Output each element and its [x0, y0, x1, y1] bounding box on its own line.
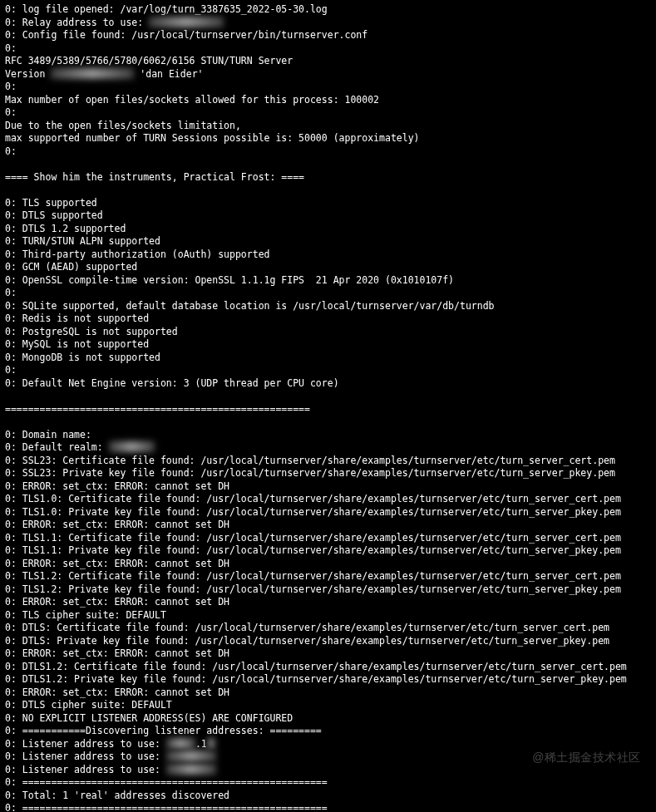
- terminal-line: 0: DTLS: Certificate file found: /usr/lo…: [5, 622, 651, 635]
- terminal-line: 0: GCM (AEAD) supported: [5, 261, 651, 274]
- terminal-line: 0: TLS1.1: Private key file found: /usr/…: [5, 544, 651, 558]
- terminal-line: [5, 416, 651, 429]
- terminal-line: 0: TLS1.1: Certificate file found: /usr/…: [5, 532, 651, 545]
- terminal-line: 0: ERROR: set_ctx: ERROR: cannot set DH: [5, 558, 651, 571]
- terminal-output: 0: log file opened: /var/log/turn_338763…: [0, 0, 656, 812]
- terminal-line: 0: DTLS: Private key file found: /usr/lo…: [5, 635, 651, 648]
- terminal-line: 0:: [5, 287, 651, 300]
- terminal-line: 0: Relay address to use:: [5, 17, 651, 30]
- terminal-line: 0: OpenSSL compile-time version: OpenSSL…: [5, 274, 651, 288]
- terminal-line: [5, 390, 651, 403]
- terminal-line: 0: MySQL is not supported: [5, 338, 651, 352]
- terminal-line: 0: Redis is not supported: [5, 312, 651, 326]
- terminal-line: Due to the open files/sockets limitation…: [5, 120, 651, 133]
- terminal-line: [5, 158, 651, 171]
- terminal-line: 0:: [5, 42, 651, 56]
- terminal-line: 0: TLS1.0: Certificate file found: /usr/…: [5, 493, 651, 506]
- terminal-line: 0:: [5, 364, 651, 377]
- terminal-line: 0: log file opened: /var/log/turn_338763…: [5, 3, 651, 17]
- terminal-line: 0: DTLS1.2: Private key file found: /usr…: [5, 673, 651, 687]
- redacted-segment: [166, 764, 216, 775]
- terminal-line: 0: Listener address to use: .1: [5, 738, 651, 751]
- terminal-line: 0: ERROR: set_ctx: ERROR: cannot set DH: [5, 647, 651, 661]
- terminal-line: 0: Total: 1 'real' addresses discovered: [5, 790, 651, 803]
- terminal-line: 0: =====================================…: [5, 802, 651, 812]
- terminal-line: 0:: [5, 106, 651, 120]
- terminal-line: 0: TURN/STUN ALPN supported: [5, 235, 651, 249]
- terminal-line: 0: Listener address to use:: [5, 764, 651, 777]
- terminal-line: 0: SSL23: Private key file found: /usr/l…: [5, 467, 651, 480]
- terminal-line: 0: DTLS supported: [5, 209, 651, 223]
- terminal-line: Version 'dan Eider': [5, 68, 651, 81]
- redacted-segment: [149, 17, 224, 27]
- terminal-line: 0: ERROR: set_ctx: ERROR: cannot set DH: [5, 480, 651, 494]
- redacted-segment: [109, 441, 155, 452]
- redacted-segment: [166, 750, 216, 761]
- terminal-line: 0: ERROR: set_ctx: ERROR: cannot set DH: [5, 519, 651, 532]
- terminal-line: 0: DTLS 1.2 supported: [5, 223, 651, 236]
- watermark: @稀土掘金技术社区: [532, 751, 641, 765]
- terminal-line: 0: SSL23: Certificate file found: /usr/l…: [5, 455, 651, 468]
- terminal-line: 0: NO EXPLICIT LISTENER ADDRESS(ES) ARE …: [5, 712, 651, 726]
- terminal-line: 0: Config file found: /usr/local/turnser…: [5, 29, 651, 42]
- terminal-line: 0: TLS1.0: Private key file found: /usr/…: [5, 506, 651, 519]
- terminal-line: RFC 3489/5389/5766/5780/6062/6156 STUN/T…: [5, 55, 651, 68]
- redacted-segment: [51, 68, 134, 79]
- terminal-line: 0:: [5, 145, 651, 159]
- terminal-line: 0: ERROR: set_ctx: ERROR: cannot set DH: [5, 687, 651, 700]
- terminal-line: 0: ERROR: set_ctx: ERROR: cannot set DH: [5, 596, 651, 609]
- terminal-line: 0: Domain name:: [5, 429, 651, 442]
- terminal-line: 0: TLS1.2: Private key file found: /usr/…: [5, 583, 651, 597]
- terminal-line: Max number of open files/sockets allowed…: [5, 94, 651, 107]
- terminal-line: 0: Third-party authorization (oAuth) sup…: [5, 249, 651, 262]
- terminal-line: 0: TLS1.2: Certificate file found: /usr/…: [5, 570, 651, 583]
- terminal-line: 0: TLS cipher suite: DEFAULT: [5, 609, 651, 623]
- terminal-line: [5, 184, 651, 197]
- terminal-line: 0: Default realm:: [5, 441, 651, 455]
- terminal-line: 0: TLS supported: [5, 197, 651, 210]
- terminal-line: ==== Show him the instruments, Practical…: [5, 171, 651, 185]
- terminal-line: 0: =====================================…: [5, 776, 651, 790]
- terminal-line: 0: DTLS cipher suite: DEFAULT: [5, 699, 651, 712]
- redacted-segment: [166, 738, 195, 749]
- terminal-line: 0: Default Net Engine version: 3 (UDP th…: [5, 377, 651, 391]
- terminal-line: max supported number of TURN Sessions po…: [5, 132, 651, 145]
- terminal-line: ========================================…: [5, 403, 651, 416]
- terminal-line: 0: ===========Discovering listener addre…: [5, 725, 651, 738]
- terminal-line: 0: SQLite supported, default database lo…: [5, 300, 651, 313]
- terminal-line: 0: PostgreSQL is not supported: [5, 326, 651, 339]
- terminal-line: 0:: [5, 81, 651, 94]
- redacted-segment: [207, 738, 215, 749]
- terminal-line: 0: MongoDB is not supported: [5, 352, 651, 365]
- terminal-line: 0: DTLS1.2: Certificate file found: /usr…: [5, 661, 651, 674]
